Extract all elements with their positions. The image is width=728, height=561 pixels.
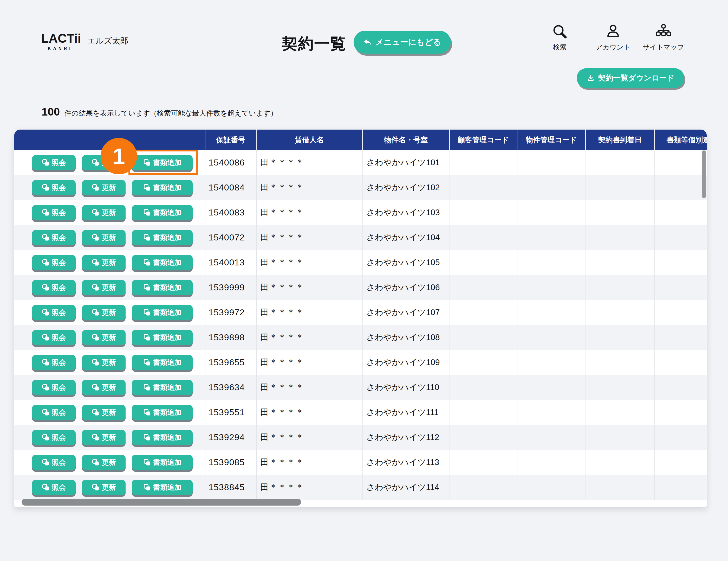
add-document-button[interactable]: 書類追加: [132, 305, 193, 320]
property-name-cell: さわやかハイツ110: [363, 375, 450, 400]
update-button[interactable]: 更新: [82, 180, 126, 195]
user-name: エルズ太郎: [87, 35, 128, 46]
vertical-scrollbar-thumb[interactable]: [702, 150, 706, 198]
property-name-cell: さわやかハイツ108: [363, 325, 450, 350]
nav-search[interactable]: 検索: [548, 23, 571, 52]
add-document-button[interactable]: 書類追加: [132, 180, 193, 195]
contract-arrival-date-cell: [586, 200, 655, 225]
add-document-button[interactable]: 書類追加: [132, 480, 193, 495]
inquiry-button[interactable]: 照会: [32, 305, 76, 320]
add-document-button[interactable]: 書類追加: [132, 380, 193, 395]
update-button[interactable]: 更新: [82, 230, 126, 245]
add-document-button-label: 書類追加: [153, 358, 181, 367]
update-button[interactable]: 更新: [82, 280, 126, 295]
copy-icon: [42, 384, 50, 391]
inquiry-button[interactable]: 照会: [32, 455, 76, 470]
inquiry-button[interactable]: 照会: [32, 180, 76, 195]
inquiry-button[interactable]: 照会: [32, 480, 76, 495]
inquiry-button[interactable]: 照会: [32, 230, 76, 245]
copy-icon: [143, 159, 151, 166]
copy-icon: [42, 334, 50, 342]
individual-contact-cell: [655, 450, 707, 475]
add-document-button[interactable]: 書類追加: [132, 330, 193, 345]
individual-contact-cell: [655, 150, 707, 175]
actions-cell: 照会 更新 書類追加: [14, 200, 205, 225]
guarantee-no-cell: 1538845: [205, 475, 257, 500]
property-code-cell: [517, 225, 586, 250]
inquiry-button[interactable]: 照会: [32, 155, 76, 170]
table-row: 照会 更新 書類追加: [14, 325, 707, 350]
add-document-button[interactable]: 書類追加: [132, 230, 193, 245]
add-document-button[interactable]: 書類追加: [132, 455, 193, 470]
add-document-button[interactable]: 書類追加: [132, 255, 193, 270]
property-code-cell: [517, 400, 586, 425]
update-button[interactable]: 更新: [82, 480, 126, 495]
guarantee-no-cell: 1539898: [205, 325, 257, 350]
copy-icon: [143, 359, 151, 366]
table-row: 照会 更新 書類追加: [14, 475, 707, 500]
back-arrow-icon: [363, 38, 372, 46]
table-row: 照会 更新 書類追加: [14, 375, 707, 400]
step-annotation-number: 1: [113, 143, 125, 169]
update-button[interactable]: 更新: [82, 355, 126, 370]
header-guarantee-no: 保証番号: [205, 130, 257, 150]
copy-icon: [42, 284, 50, 292]
actions-cell: 照会 更新 書類追加: [14, 250, 205, 275]
copy-icon: [42, 184, 50, 191]
customer-code-cell: [450, 175, 517, 200]
inquiry-button-label: 照会: [52, 208, 66, 217]
inquiry-button[interactable]: 照会: [32, 280, 76, 295]
copy-icon: [143, 184, 151, 191]
inquiry-button[interactable]: 照会: [32, 430, 76, 445]
back-to-menu-button[interactable]: メニューにもどる: [354, 31, 451, 54]
inquiry-button[interactable]: 照会: [32, 355, 76, 370]
copy-icon: [92, 459, 100, 466]
copy-icon: [92, 234, 100, 241]
add-document-button[interactable]: 書類追加: [132, 280, 193, 295]
add-document-button[interactable]: 書類追加: [132, 430, 193, 445]
property-name-cell: さわやかハイツ106: [363, 275, 450, 300]
inquiry-button[interactable]: 照会: [32, 405, 76, 420]
update-button-label: 更新: [102, 233, 116, 242]
update-button[interactable]: 更新: [82, 205, 126, 220]
inquiry-button[interactable]: 照会: [32, 255, 76, 270]
horizontal-scrollbar-thumb[interactable]: [22, 499, 301, 506]
download-contract-list-button[interactable]: 契約一覧ダウンロード: [577, 68, 684, 88]
property-code-cell: [517, 350, 586, 375]
update-button[interactable]: 更新: [82, 255, 126, 270]
update-button[interactable]: 更新: [82, 430, 126, 445]
update-button[interactable]: 更新: [82, 330, 126, 345]
add-document-button[interactable]: 書類追加: [132, 155, 193, 170]
copy-icon: [92, 434, 100, 441]
inquiry-button-label: 照会: [52, 358, 66, 367]
guarantee-no-cell: 1539085: [205, 450, 257, 475]
add-document-button-label: 書類追加: [153, 283, 181, 292]
inquiry-button[interactable]: 照会: [32, 205, 76, 220]
sitemap-icon: [655, 23, 672, 41]
guarantee-no-cell: 1539551: [205, 400, 257, 425]
guarantee-no-cell: 1539999: [205, 275, 257, 300]
add-document-button[interactable]: 書類追加: [132, 405, 193, 420]
copy-icon: [42, 209, 50, 216]
update-button[interactable]: 更新: [82, 305, 126, 320]
individual-contact-cell: [655, 475, 707, 500]
nav-sitemap[interactable]: サイトマップ: [640, 23, 687, 52]
property-code-cell: [517, 300, 586, 325]
inquiry-button[interactable]: 照会: [32, 380, 76, 395]
update-button[interactable]: 更新: [82, 455, 126, 470]
copy-icon: [143, 209, 151, 216]
nav-account[interactable]: アカウント: [595, 23, 631, 52]
update-button[interactable]: 更新: [82, 380, 126, 395]
add-document-button-label: 書類追加: [153, 208, 181, 217]
inquiry-button-label: 照会: [52, 383, 66, 392]
table-row: 照会 更新 書類追加: [14, 275, 707, 300]
update-button-label: 更新: [102, 483, 116, 492]
add-document-button[interactable]: 書類追加: [132, 355, 193, 370]
download-icon: [587, 74, 595, 82]
update-button[interactable]: 更新: [82, 405, 126, 420]
copy-icon: [42, 484, 50, 491]
add-document-button[interactable]: 書類追加: [132, 205, 193, 220]
tenant-name-cell: 田＊＊＊＊: [257, 175, 363, 200]
inquiry-button[interactable]: 照会: [32, 330, 76, 345]
update-button-label: 更新: [102, 383, 116, 392]
